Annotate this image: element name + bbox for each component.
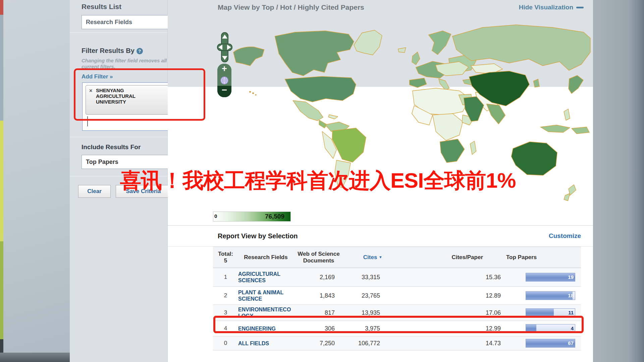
column-header-cites-sortable[interactable]: Cites ▼ <box>344 254 382 261</box>
desktop-left-band <box>3 0 70 362</box>
cites-per-paper-value: 14.73 <box>381 340 501 347</box>
cites-per-paper-value: 17.06 <box>381 309 501 316</box>
zoom-in-button[interactable]: + <box>217 64 231 75</box>
field-link[interactable]: PLANT & ANIMAL SCIENCE <box>238 289 291 302</box>
report-panel: Report View by Selection Customize Total… <box>168 225 593 362</box>
field-link[interactable]: AGRICULTURAL SCIENCES <box>238 271 291 284</box>
desktop-edge-strip <box>0 0 3 362</box>
table-row: 1 AGRICULTURAL SCIENCES 2,169 33,315 15.… <box>213 268 581 287</box>
announcement-text: 喜讯！我校工程学科首次进入ESI全球前1% <box>120 166 516 195</box>
wos-documents-value: 2,169 <box>302 274 339 281</box>
wos-documents-value: 1,843 <box>302 292 339 299</box>
desktop-right-band <box>593 0 644 362</box>
cites-value: 23,765 <box>339 292 381 299</box>
wos-documents-value: 817 <box>302 309 339 316</box>
row-rank: 1 <box>213 274 238 281</box>
total-header: Total: 5 <box>213 251 238 264</box>
clear-button[interactable]: Clear <box>78 185 111 198</box>
customize-link[interactable]: Customize <box>549 232 581 240</box>
globe-reset-button[interactable] <box>217 75 231 86</box>
map-view-title: Map View by Top / Hot / Highly Cited Pap… <box>218 3 519 11</box>
map-zoom-control: + − <box>217 64 231 97</box>
help-icon[interactable]: ? <box>137 48 143 54</box>
pan-up-icon[interactable] <box>222 35 227 39</box>
filter-note: Changing the filter field removes all cu… <box>82 58 182 70</box>
column-header-research-fields: Research Fields <box>238 254 293 261</box>
cites-per-paper-value: 15.36 <box>381 274 501 281</box>
map-header: Map View by Top / Hot / Highly Cited Pap… <box>168 0 593 15</box>
top-papers-bar: 18 <box>526 291 575 300</box>
scale-min-label: 0 <box>214 213 217 219</box>
screen: Results List Research Fields Filter Resu… <box>0 0 644 362</box>
row-rank: 2 <box>213 292 238 299</box>
top-papers-bar: 19 <box>526 273 575 282</box>
top-papers-value: 67 <box>568 339 574 347</box>
annotation-red-box-filter <box>74 68 205 121</box>
pan-down-icon[interactable] <box>222 56 227 60</box>
field-link[interactable]: ALL FIELDS <box>238 340 269 347</box>
row-rank: 0 <box>213 340 238 347</box>
scale-max-label: 76,509 <box>265 213 284 220</box>
top-papers-value: 19 <box>568 273 574 281</box>
annotation-red-box-engineering-row <box>213 316 584 333</box>
wos-documents-value: 7,250 <box>302 340 339 347</box>
desktop-corner <box>0 353 70 362</box>
report-view-title: Report View by Selection <box>218 232 549 240</box>
hide-visualization-link[interactable]: Hide Visualization <box>519 4 584 11</box>
report-table: Total: 5 Research Fields Web of Science … <box>213 247 581 351</box>
divider <box>70 33 168 33</box>
globe-icon <box>220 76 229 85</box>
results-list-heading: Results List <box>82 3 121 11</box>
cites-per-paper-value: 12.89 <box>381 292 501 299</box>
column-header-top-papers: Top Papers <box>501 254 581 261</box>
table-row: 2 PLANT & ANIMAL SCIENCE 1,843 23,765 12… <box>213 287 581 305</box>
cites-value: 33,315 <box>339 274 381 281</box>
divider <box>70 137 168 137</box>
row-rank: 3 <box>213 309 238 316</box>
top-papers-bar: 67 <box>526 339 575 348</box>
sort-descending-icon: ▼ <box>379 255 382 259</box>
map-pan-control[interactable] <box>217 32 232 62</box>
filter-results-heading: Filter Results By? <box>82 47 143 55</box>
column-header-cites-per-paper: Cites/Paper <box>382 254 501 261</box>
column-header-wos-documents: Web of Science Documents <box>293 251 344 264</box>
table-row: 0 ALL FIELDS 7,250 106,772 14.73 67 <box>213 337 581 351</box>
pan-left-icon[interactable] <box>218 45 222 50</box>
table-header-row: Total: 5 Research Fields Web of Science … <box>213 247 581 268</box>
report-header: Report View by Selection Customize <box>168 226 593 247</box>
pan-right-icon[interactable] <box>227 45 231 50</box>
cites-value: 13,935 <box>339 309 381 316</box>
top-papers-value: 18 <box>568 292 574 300</box>
include-results-heading: Include Results For <box>82 143 141 151</box>
minus-icon <box>576 7 584 8</box>
choropleth-color-scale: 0 76,509 <box>213 212 291 222</box>
cites-value: 106,772 <box>339 340 381 347</box>
